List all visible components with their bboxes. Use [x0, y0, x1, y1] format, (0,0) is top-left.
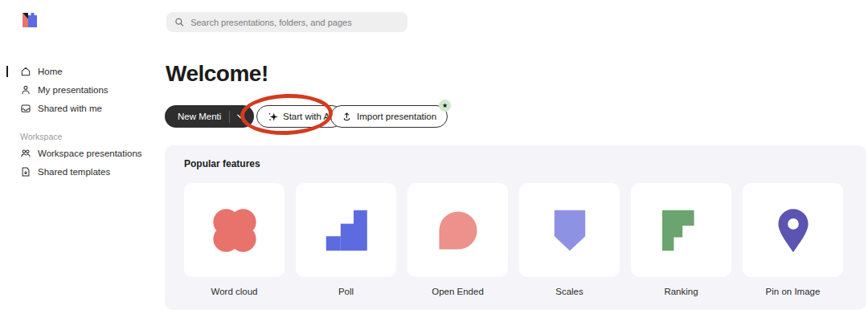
template-doc-icon	[20, 166, 31, 177]
search-input[interactable]	[189, 17, 399, 28]
feature-word-cloud: Word cloud	[184, 183, 285, 296]
feature-open-ended: Open Ended	[407, 183, 508, 296]
feature-ranking: Ranking	[631, 183, 731, 296]
pin-on-image-card[interactable]	[743, 183, 843, 277]
feature-label: Ranking	[631, 287, 731, 296]
star-icon: ★	[442, 103, 448, 109]
import-presentation-button[interactable]: Import presentation ★	[330, 105, 448, 128]
word-cloud-card[interactable]	[184, 183, 285, 277]
feature-label: Scales	[519, 287, 620, 296]
feature-poll: Poll	[296, 183, 396, 296]
sidebar-item-workspace-presentations[interactable]: Workspace presentations	[0, 145, 158, 161]
start-with-ai-label: Start with AI	[283, 112, 332, 121]
sidebar-item-label: Shared with me	[38, 104, 102, 113]
group-icon	[20, 148, 31, 159]
ranking-card[interactable]	[631, 183, 731, 277]
inbox-icon	[20, 103, 31, 114]
sidebar-item-shared-with-me[interactable]: Shared with me	[0, 100, 158, 116]
sidebar-item-label: Shared templates	[38, 167, 110, 177]
word-cloud-icon	[210, 206, 260, 255]
map-pin-icon	[768, 206, 818, 255]
sidebar-item-home[interactable]: Home	[0, 63, 158, 79]
feature-scales: Scales	[519, 183, 620, 296]
feature-cards-row: Word cloud Poll Open Ended	[184, 183, 847, 296]
sidebar: Home My presentations Shared with me Wor…	[0, 0, 158, 322]
mentimeter-logo[interactable]	[20, 10, 39, 30]
new-menti-button[interactable]: New Menti	[165, 105, 254, 128]
sidebar-item-label: Workspace presentations	[38, 149, 142, 158]
feature-label: Open Ended	[407, 287, 508, 296]
feature-label: Word cloud	[184, 287, 285, 296]
popular-features-panel: Popular features Word cloud	[165, 145, 866, 310]
feature-pin-on-image: Pin on Image	[743, 183, 843, 296]
poll-stairs-icon	[322, 206, 371, 255]
upload-icon	[342, 112, 352, 122]
person-icon	[20, 84, 31, 96]
page-title: Welcome!	[166, 61, 268, 87]
sidebar-item-my-presentations[interactable]: My presentations	[0, 82, 158, 98]
feature-label: Pin on Image	[743, 287, 843, 296]
new-menti-dropdown-toggle[interactable]	[230, 105, 254, 128]
sidebar-item-shared-templates[interactable]: Shared templates	[0, 164, 158, 180]
home-icon	[20, 66, 31, 77]
import-presentation-label: Import presentation	[357, 112, 436, 121]
sidebar-item-label: My presentations	[38, 85, 108, 95]
search-bar	[166, 12, 407, 32]
poll-card[interactable]	[296, 183, 396, 277]
scales-card[interactable]	[519, 183, 620, 277]
speech-bubble-icon	[433, 206, 483, 255]
open-ended-card[interactable]	[407, 183, 508, 277]
popular-features-title: Popular features	[184, 158, 847, 169]
star-badge: ★	[439, 100, 451, 112]
chevron-down-icon	[237, 114, 244, 119]
ranking-stairs-icon	[657, 206, 706, 255]
feature-label: Poll	[296, 287, 396, 296]
sparkle-icon	[268, 112, 278, 122]
shield-icon	[546, 206, 594, 255]
new-menti-label: New Menti	[165, 112, 229, 121]
search-icon	[174, 17, 184, 27]
sidebar-item-label: Home	[38, 67, 63, 76]
workspace-section-label: Workspace	[0, 119, 158, 145]
